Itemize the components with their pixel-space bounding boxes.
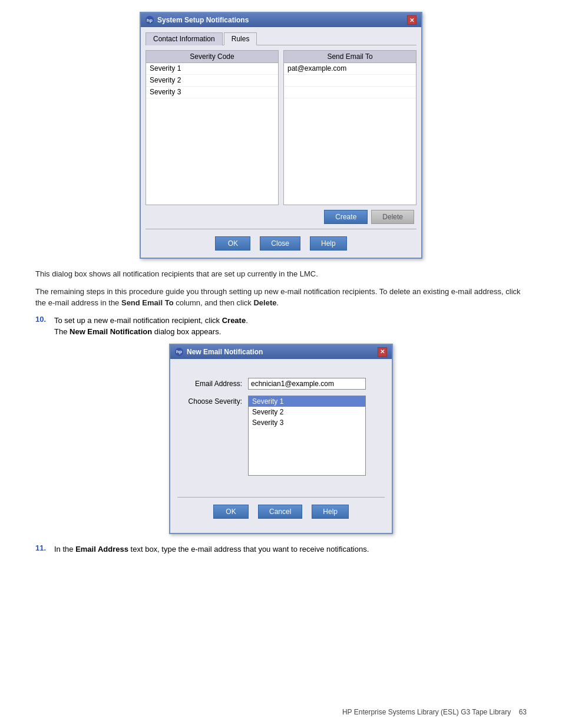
new-email-close-button[interactable]: ✕ xyxy=(378,347,387,357)
close-button[interactable]: Close xyxy=(260,236,300,251)
step10-create-bold: Create xyxy=(222,316,246,325)
page-footer: HP Enterprise Systems Library (ESL) G3 T… xyxy=(342,708,527,716)
step10-new-email-bold: New Email Notification xyxy=(70,327,152,336)
new-email-footer-buttons: OK Cancel Help xyxy=(177,501,385,521)
para2-text-after: column, and then click xyxy=(174,298,254,307)
severity-list-item-3[interactable]: Severity 3 xyxy=(249,417,365,428)
para2-delete-bold: Delete xyxy=(253,298,276,307)
body-para2: The remaining steps in this procedure gu… xyxy=(35,286,527,309)
email-row-2[interactable] xyxy=(284,75,416,87)
hp-logo-icon-2: hp xyxy=(175,348,183,356)
severity-list-item-1[interactable]: Severity 1 xyxy=(249,396,365,407)
new-email-dialog: hp New Email Notification ✕ Email Addres… xyxy=(169,344,393,534)
step-10-text: To set up a new e-mail notification reci… xyxy=(54,315,527,338)
severity-row-1[interactable]: Severity 1 xyxy=(146,63,278,75)
hp-logo-icon: hp xyxy=(146,16,154,24)
severity-list-filler xyxy=(249,428,365,475)
dialog-titlebar: hp System Setup Notifications ✕ xyxy=(141,13,421,27)
footer-text: HP Enterprise Systems Library (ESL) G3 T… xyxy=(342,708,511,716)
para2-send-email-bold: Send Email To xyxy=(121,298,174,307)
step11-after: text box, type the e-mail address that y… xyxy=(128,545,369,554)
send-email-col: Send Email To pat@example.com xyxy=(283,50,416,205)
step-11-number: 11. xyxy=(35,543,52,555)
severity-list-item-2[interactable]: Severity 2 xyxy=(249,407,365,417)
create-button[interactable]: Create xyxy=(324,210,368,224)
dialog-close-button[interactable]: ✕ xyxy=(407,15,416,25)
email-address-label: Email Address: xyxy=(177,378,248,388)
new-email-title: New Email Notification xyxy=(187,348,263,356)
severity-list: Severity 1 Severity 2 Severity 3 xyxy=(248,396,366,476)
step-10: 10. To set up a new e-mail notification … xyxy=(35,315,527,338)
choose-severity-row: Choose Severity: Severity 1 Severity 2 S… xyxy=(177,396,385,476)
severity-row-3[interactable]: Severity 3 xyxy=(146,87,278,98)
system-setup-dialog: hp System Setup Notifications ✕ Contact … xyxy=(140,12,422,259)
page-number: 63 xyxy=(519,708,527,716)
step10-after: . xyxy=(246,316,248,325)
rules-table: Severity Code Severity 1 Severity 2 Seve… xyxy=(146,50,416,205)
new-email-help-button[interactable]: Help xyxy=(312,505,349,519)
choose-severity-label: Choose Severity: xyxy=(177,396,248,406)
email-row-1[interactable]: pat@example.com xyxy=(284,63,416,75)
step10-line2-before: The xyxy=(54,327,70,336)
step10-before: To set up a new e-mail notification reci… xyxy=(54,316,222,325)
send-email-header: Send Email To xyxy=(284,51,416,63)
severity-code-col: Severity Code Severity 1 Severity 2 Seve… xyxy=(146,50,279,205)
step11-before: In the xyxy=(54,545,75,554)
dialog-title: System Setup Notifications xyxy=(157,16,249,24)
tab-strip: Contact Information Rules xyxy=(146,32,416,45)
step-11: 11. In the Email Address text box, type … xyxy=(35,543,527,555)
footer-buttons: OK Close Help xyxy=(146,233,416,253)
help-button[interactable]: Help xyxy=(310,236,347,251)
tab-contact-information[interactable]: Contact Information xyxy=(146,32,223,45)
body-para1: This dialog box shows all notification r… xyxy=(35,268,527,280)
new-email-cancel-button[interactable]: Cancel xyxy=(258,505,302,519)
email-address-input[interactable] xyxy=(248,378,366,390)
step-11-text: In the Email Address text box, type the … xyxy=(54,543,527,555)
email-col-filler xyxy=(284,98,416,205)
email-row-3[interactable] xyxy=(284,87,416,98)
action-buttons-row: Create Delete xyxy=(146,210,416,224)
severity-col-filler xyxy=(146,98,278,205)
step11-email-address-bold: Email Address xyxy=(75,545,128,554)
step10-line2-after: dialog box appears. xyxy=(152,327,221,336)
dialog-separator xyxy=(146,229,416,229)
new-email-body: Email Address: Choose Severity: Severity… xyxy=(170,359,392,533)
new-email-separator xyxy=(177,497,385,498)
severity-code-header: Severity Code xyxy=(146,51,278,63)
tab-rules[interactable]: Rules xyxy=(224,32,257,45)
new-email-ok-button[interactable]: OK xyxy=(213,505,249,519)
email-address-row: Email Address: xyxy=(177,378,385,390)
ok-button[interactable]: OK xyxy=(215,236,250,251)
delete-button[interactable]: Delete xyxy=(371,210,414,224)
step-10-number: 10. xyxy=(35,315,52,338)
severity-row-2[interactable]: Severity 2 xyxy=(146,75,278,87)
new-email-titlebar: hp New Email Notification ✕ xyxy=(170,345,392,359)
para2-end: . xyxy=(276,298,279,307)
